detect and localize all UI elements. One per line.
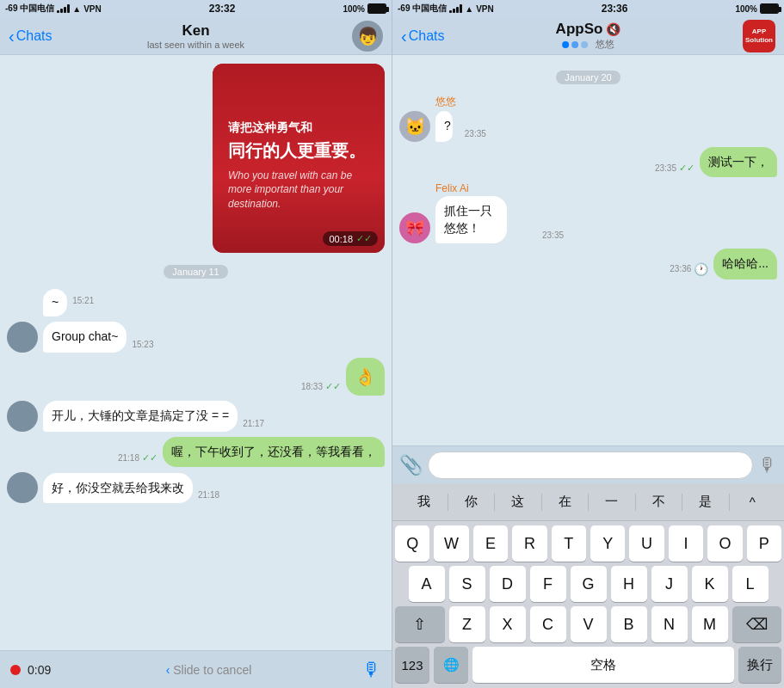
- suggestion-6[interactable]: 是: [682, 494, 729, 510]
- key-N[interactable]: N: [651, 606, 688, 642]
- key-K[interactable]: K: [692, 566, 728, 602]
- key-R[interactable]: R: [512, 525, 546, 562]
- key-D[interactable]: D: [490, 566, 526, 602]
- suggestion-5[interactable]: 不: [636, 494, 682, 510]
- right-nav-bar: ‹ Chats AppSo 🔇 悠悠 APPSolution: [392, 17, 784, 55]
- keyboard-row-bottom: 123 🌐 空格 换行: [392, 642, 784, 688]
- key-A[interactable]: A: [409, 566, 445, 602]
- left-carrier: -69 中国电信: [5, 3, 54, 15]
- msg-bubble: 好，你没空就丢给我来改: [43, 473, 193, 504]
- key-L[interactable]: L: [732, 566, 769, 602]
- sender-name: 悠悠: [435, 95, 460, 109]
- key-T[interactable]: T: [552, 525, 586, 562]
- right-carrier: -69 中国电信: [398, 3, 447, 15]
- num-key[interactable]: 123: [395, 647, 429, 683]
- keyboard-suggestions: 我 你 这 在 一 不 是 ^: [392, 483, 784, 521]
- shift-key[interactable]: ⇧: [395, 606, 445, 642]
- right-back-button[interactable]: ‹ Chats: [401, 28, 444, 45]
- right-nav-title: AppSo: [556, 21, 603, 38]
- key-U[interactable]: U: [629, 525, 664, 562]
- msg-meta: 15:21: [72, 296, 94, 305]
- msg-meta: 23:35: [465, 129, 486, 138]
- right-mic-icon[interactable]: 🎙: [758, 454, 777, 476]
- return-key[interactable]: 换行: [738, 647, 781, 683]
- slide-to-cancel: ‹ Slide to cancel: [62, 663, 355, 677]
- left-nav-title: Ken: [147, 22, 244, 40]
- left-nav-center: Ken last seen within a week: [147, 22, 244, 50]
- msg-meta: 21:18 ✓✓: [118, 452, 157, 464]
- voice-recording-bar: 0:09 ‹ Slide to cancel 🎙: [0, 650, 392, 688]
- msg-avatar: 🐱: [399, 111, 430, 142]
- slide-arrow: ‹: [166, 663, 174, 677]
- suggestion-1[interactable]: 你: [448, 494, 495, 510]
- left-status-bar: -69 中国电信 ▲ VPN 23:32 100%: [0, 0, 392, 17]
- msg-bubble: Group chat~: [43, 322, 127, 353]
- key-E[interactable]: E: [473, 525, 508, 562]
- key-W[interactable]: W: [434, 525, 468, 562]
- delete-key[interactable]: ⌫: [732, 606, 782, 642]
- appso-username: 悠悠: [596, 38, 614, 51]
- table-row: 🎀 Felix Ai 抓住一只悠悠！ 23:35: [399, 182, 777, 243]
- right-nav-avatar[interactable]: APPSolution: [743, 20, 775, 52]
- right-status-bar: -69 中国电信 ▲ VPN 23:36 100%: [392, 0, 784, 17]
- suggestion-0[interactable]: 我: [401, 494, 448, 510]
- table-row: ~ 15:21: [7, 289, 385, 316]
- msg-avatar: [7, 401, 38, 432]
- key-X[interactable]: X: [490, 606, 526, 642]
- msg-meta: 15:23: [132, 340, 153, 349]
- left-battery-pct: 100%: [343, 4, 365, 14]
- media-text-main: 同行的人更重要。: [228, 139, 369, 162]
- left-back-button[interactable]: ‹ Chats: [9, 28, 52, 45]
- suggestion-7[interactable]: ^: [730, 494, 776, 509]
- media-timer: 00:18 ✓✓: [323, 231, 378, 246]
- key-Z[interactable]: Z: [449, 606, 485, 642]
- suggestion-4[interactable]: 一: [589, 494, 635, 510]
- attach-icon[interactable]: 📎: [399, 454, 423, 476]
- msg-bubble-tilde: ~: [43, 289, 67, 316]
- left-signal: [57, 4, 70, 13]
- key-H[interactable]: H: [611, 566, 647, 602]
- table-row: 好，你没空就丢给我来改 21:18: [7, 472, 385, 503]
- tick-icon: ✓✓: [325, 381, 341, 392]
- message-input[interactable]: [428, 452, 753, 479]
- key-M[interactable]: M: [692, 606, 728, 642]
- key-F[interactable]: F: [530, 566, 566, 602]
- key-I[interactable]: I: [669, 525, 703, 562]
- record-dot: [10, 665, 21, 675]
- globe-key[interactable]: 🌐: [434, 647, 468, 683]
- msg-avatar: [7, 472, 38, 503]
- key-C[interactable]: C: [530, 606, 566, 642]
- key-Y[interactable]: Y: [590, 525, 625, 562]
- right-time: 23:36: [602, 3, 628, 15]
- key-Q[interactable]: Q: [395, 525, 429, 562]
- key-B[interactable]: B: [611, 606, 647, 642]
- left-nav-avatar[interactable]: 👦: [352, 21, 383, 52]
- keyboard-row-3: ⇧ Z X C V B N M ⌫: [392, 602, 784, 642]
- key-G[interactable]: G: [571, 566, 607, 602]
- key-O[interactable]: O: [707, 525, 742, 562]
- key-P[interactable]: P: [747, 525, 781, 562]
- appso-dots: [563, 41, 589, 48]
- left-nav-subtitle: last seen within a week: [147, 40, 244, 50]
- left-nav-bar: ‹ Chats Ken last seen within a week 👦: [0, 17, 392, 55]
- tick-icon: ✓✓: [679, 163, 694, 174]
- dot1: [563, 41, 570, 48]
- left-back-chevron: ‹: [9, 28, 15, 45]
- space-key[interactable]: 空格: [472, 647, 734, 683]
- msg-bubble: 抓住一只悠悠！: [435, 196, 507, 243]
- key-J[interactable]: J: [651, 566, 688, 602]
- left-vpn: VPN: [83, 4, 102, 14]
- msg-meta: 21:17: [243, 419, 264, 428]
- appso-subtitle: 悠悠: [563, 38, 614, 51]
- suggestion-3[interactable]: 在: [542, 494, 589, 510]
- right-battery-icon: [760, 3, 779, 14]
- msg-avatar: 🎀: [399, 212, 430, 243]
- mic-icon[interactable]: 🎙: [362, 659, 381, 681]
- mute-icon: 🔇: [606, 22, 620, 36]
- msg-meta: 18:33 ✓✓: [301, 381, 341, 392]
- key-V[interactable]: V: [571, 606, 607, 642]
- key-S[interactable]: S: [449, 566, 485, 602]
- left-battery-icon: [367, 3, 386, 14]
- suggestion-2[interactable]: 这: [495, 494, 541, 510]
- msg-content: Felix Ai 抓住一只悠悠！: [435, 182, 537, 243]
